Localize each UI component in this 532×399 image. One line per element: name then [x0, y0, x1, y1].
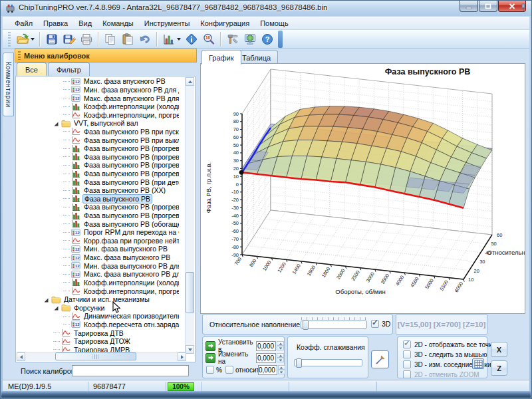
info-button[interactable] — [183, 31, 200, 48]
fill-slider-thumb[interactable] — [303, 320, 309, 330]
print-button[interactable] — [78, 31, 95, 48]
checkbox-3d[interactable]: ✓ — [371, 320, 379, 328]
vertical-scroll-thumb[interactable] — [186, 272, 194, 313]
tab-all[interactable]: Все — [17, 63, 47, 76]
fill-slider[interactable] — [301, 321, 367, 329]
set-value-input[interactable]: 0,000 — [256, 341, 276, 351]
expand-icon[interactable] — [43, 297, 50, 303]
tree-item[interactable]: 12Макс. фаза впускного РВ — [16, 77, 179, 86]
tab-graph[interactable]: График — [201, 50, 241, 65]
scroll-up-button[interactable] — [186, 77, 194, 86]
horizontal-scroll-thumb[interactable] — [55, 352, 136, 360]
edit-curve-button[interactable] — [371, 350, 389, 368]
tree-item[interactable]: Фаза выпускного РВ (ХХ) — [16, 186, 179, 195]
network-button[interactable] — [241, 31, 259, 48]
tree-item[interactable]: Тарировка ДТОЖ — [16, 337, 179, 346]
tree-item[interactable]: Фаза выпускного РВ (прогрев нейтрал., ХХ… — [16, 170, 179, 178]
svg-text:6000: 6000 — [454, 281, 464, 293]
tree-item[interactable]: Фаза выпускного РВ — [16, 195, 179, 203]
tab-table[interactable]: Таблица — [235, 51, 278, 65]
save-button[interactable] — [43, 31, 61, 48]
menu-item-команды[interactable]: Команды — [97, 18, 139, 29]
smoothing-slider-thumb[interactable] — [296, 358, 302, 368]
checkbox-relative[interactable] — [225, 366, 233, 374]
tree-item[interactable]: Фаза выпускного РВ (обогащение) — [16, 219, 179, 228]
paste-button[interactable] — [119, 31, 136, 48]
checkbox[interactable] — [403, 350, 411, 358]
tree-item[interactable]: Коэфф.интерполяции (холодный / горячий ) — [16, 102, 179, 111]
tree-item[interactable]: 12Макс. фаза выпускного РВ для диагности… — [16, 270, 179, 279]
expand-icon[interactable] — [53, 305, 60, 311]
tree-folder[interactable]: Форсунки — [16, 303, 179, 312]
menu-item-вид[interactable]: Вид — [73, 18, 97, 29]
scroll-down-button[interactable] — [186, 345, 194, 354]
checkbox-percent[interactable] — [206, 366, 214, 374]
tree-item[interactable]: Фаза выпускного РВ (прогрев) — [16, 203, 179, 211]
checkbox[interactable] — [403, 370, 411, 378]
open-button[interactable] — [14, 31, 37, 48]
apply-set-button[interactable] — [205, 341, 215, 351]
smoothing-slider[interactable] — [294, 359, 362, 366]
tree-horizontal-scrollbar[interactable] — [17, 352, 186, 361]
tree-item[interactable]: Корр.фаза при прогреве нейтрализатора — [16, 237, 179, 245]
change-value-spinner[interactable] — [277, 353, 284, 362]
menu-item-инструменты[interactable]: Инструменты — [139, 18, 196, 29]
toolbar-endcap — [278, 31, 283, 48]
tree-item[interactable]: 12Мин. фаза выпускного РВ для диагностик… — [16, 261, 179, 270]
tree-item[interactable]: Фаза выпускного РВ при выкл.зажигания — [16, 136, 179, 144]
tree-folder[interactable]: VVT, выпускной вал — [16, 119, 179, 128]
copy-button[interactable] — [102, 31, 119, 48]
checkbox[interactable]: ✓ — [403, 340, 411, 348]
help-button[interactable]: ? — [259, 31, 276, 48]
z-axis-button[interactable]: Z — [491, 360, 507, 376]
scroll-left-button[interactable] — [17, 352, 25, 361]
undo-button[interactable] — [136, 31, 154, 48]
expand-icon[interactable] — [53, 120, 60, 126]
tree-item[interactable]: 12Мин. фаза впускного РВ для диагностики — [16, 86, 179, 94]
grid-button[interactable] — [472, 358, 484, 369]
tree-item[interactable]: 12Макс. фаза впускного РВ для диагностик… — [16, 94, 179, 102]
search-input[interactable] — [72, 365, 189, 376]
tree-item[interactable]: Фаза выпускного РВ при пуске — [16, 128, 179, 136]
zoom-values-button[interactable]: 10 — [200, 31, 217, 48]
undo-icon — [138, 33, 152, 46]
tree-item[interactable]: Тарировка ДТВ — [16, 329, 179, 337]
tree-item[interactable]: Фаза выпускного РВ (прогрев нейтрал., ХХ… — [16, 161, 179, 170]
menu-item-помощь[interactable]: Помощь — [255, 18, 294, 29]
tools-button[interactable] — [224, 31, 241, 48]
tree-item[interactable]: Фаза выпускного РВ (прогрев нейтрализато… — [16, 144, 179, 153]
set-value-spinner[interactable] — [277, 341, 284, 350]
tree-item[interactable]: 12Порог RPM для перехода на Фазу для реж… — [16, 228, 179, 237]
tree-item[interactable]: Фаза выпускного РВ (прогрев, ХХ) — [16, 211, 179, 220]
tree-item[interactable]: Коэфф.интерполяции, прогрев нейтр. (холо… — [16, 287, 179, 295]
tree-item[interactable]: 12Мин. фаза выпускного РВ — [16, 245, 179, 253]
tree-vertical-scrollbar[interactable] — [185, 77, 194, 354]
menu-item-правка[interactable]: Правка — [38, 18, 73, 29]
pin-icon[interactable] — [519, 3, 527, 12]
tree-item[interactable]: Фаза выпускного РВ (при детонации) — [16, 178, 179, 186]
tree-item[interactable]: 12Коэфф.пересчета отн.заряда в время впр… — [16, 321, 179, 329]
tree-folder[interactable]: Датчики и исп. механизмы — [16, 295, 179, 304]
save-as-button[interactable] — [61, 31, 78, 48]
tree-item[interactable]: Фаза выпускного РВ (прогрев нейтрал., хо… — [16, 152, 179, 161]
tree-connector — [63, 257, 70, 258]
minimize-button[interactable] — [460, 1, 478, 12]
compare-charts-button[interactable] — [160, 31, 183, 48]
sidebar-tab-comments[interactable]: Комментарии — [3, 53, 14, 116]
x-axis-button[interactable]: X — [491, 342, 507, 357]
tree-item[interactable]: Коэфф.интерполяции, прогрев нейтр. (холо… — [16, 110, 179, 119]
relative-value-input[interactable]: 0,000 — [258, 365, 277, 375]
menu-item-файл[interactable]: Файл — [9, 18, 38, 29]
maximize-button[interactable] — [479, 1, 497, 12]
tree-item[interactable]: Динамическая производительность — [16, 312, 179, 321]
checkbox[interactable] — [403, 360, 411, 368]
tree-item[interactable]: 12Макс. фаза выпускного РВ — [16, 253, 179, 262]
scroll-right-button[interactable] — [178, 352, 186, 361]
relative-value-spinner[interactable] — [278, 365, 285, 374]
menu-item-конфигурация[interactable]: Конфигурация — [195, 18, 255, 29]
apply-change-button[interactable] — [205, 353, 215, 363]
surface-chart[interactable]: 9080706050403020100-10-20-30-40-50-60-70… — [201, 64, 525, 313]
tree-item[interactable]: Коэфф.интерполяции (холодный / горячий ) — [16, 279, 179, 287]
change-value-input[interactable]: 0,000 — [256, 353, 276, 363]
tab-filter[interactable]: Фильтр — [48, 63, 90, 76]
